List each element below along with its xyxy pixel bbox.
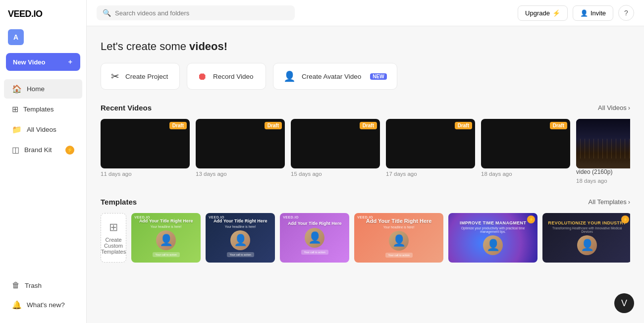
video-item[interactable]: Draft 11 days ago — [101, 119, 190, 184]
all-videos-icon: 📁 — [12, 125, 22, 134]
welcome-prefix: Let's create some — [101, 40, 189, 53]
sidebar-item-trash-label: Trash — [25, 282, 42, 289]
video-item[interactable]: Draft 15 days ago — [291, 119, 380, 184]
video-meta: 18 days ago — [481, 171, 570, 177]
video-meta: 17 days ago — [386, 171, 475, 177]
create-custom-template[interactable]: ⊞ Create Custom Templates — [101, 213, 126, 263]
video-item[interactable]: Draft 00:31 video (2160p) 18 days ago — [576, 119, 630, 184]
template-person — [230, 230, 250, 250]
invite-person-icon: 👤 — [580, 9, 588, 17]
template-cta: Your call to action — [301, 250, 328, 255]
video-meta: 13 days ago — [196, 171, 285, 177]
help-icon: ? — [624, 9, 628, 17]
content-area: Let's create some videos! ✂ Create Proje… — [87, 26, 644, 272]
avatar[interactable]: A — [8, 29, 24, 45]
template-inner: VEED.IO Add Your Title Right Here Your h… — [206, 213, 275, 263]
record-video-card[interactable]: ⏺ Record Video — [187, 63, 266, 90]
template-title: REVOLUTIONIZE YOUR INDUSTRY — [548, 220, 626, 226]
video-item[interactable]: Draft 17 days ago — [386, 119, 475, 184]
sidebar-item-brand-kit[interactable]: ◫ Brand Kit ⚡ — [4, 140, 82, 160]
template-title: IMPROVE TIME MANAGMENT — [460, 220, 526, 226]
template-inner: ⚡ IMPROVE TIME MANAGMENT Optimize your p… — [448, 213, 537, 263]
templates-title: Templates — [101, 198, 137, 206]
chevron-right-icon: › — [628, 104, 630, 111]
new-badge: NEW — [370, 73, 386, 80]
topbar: 🔍 Upgrade ⚡ 👤 Invite ? — [87, 0, 644, 26]
template-person — [305, 228, 324, 248]
record-video-label: Record Video — [213, 73, 254, 80]
all-templates-chevron-icon: › — [628, 198, 630, 206]
templates-row: ⊞ Create Custom Templates VEED.IO Add Yo… — [101, 213, 630, 263]
upgrade-button[interactable]: Upgrade ⚡ — [518, 5, 568, 21]
all-videos-link[interactable]: All Videos › — [598, 104, 630, 111]
template-logo: VEED.IO — [134, 215, 150, 219]
template-item-dark-medical[interactable]: ⚡ REVOLUTIONIZE YOUR INDUSTRY Transformi… — [542, 213, 630, 263]
record-video-icon: ⏺ — [197, 71, 207, 82]
template-title: Add Your Title Right Here — [366, 218, 432, 224]
sidebar-item-home-label: Home — [27, 85, 45, 93]
template-inner: ⚡ REVOLUTIONIZE YOUR INDUSTRY Transformi… — [542, 213, 630, 263]
template-title: Add Your Title Right Here — [214, 218, 268, 224]
help-button[interactable]: ? — [618, 5, 634, 21]
template-title: Add Your Title Right Here — [288, 221, 342, 226]
sidebar-item-trash[interactable]: 🗑 Trash — [4, 276, 82, 295]
sidebar: VEED.IO A New Video ＋ 🏠 Home ⊞ Templates… — [0, 0, 87, 323]
search-icon: 🔍 — [103, 9, 111, 17]
video-item[interactable]: Draft 13 days ago — [196, 119, 285, 184]
invite-label: Invite — [590, 9, 606, 17]
template-person — [577, 235, 597, 255]
new-video-label: New Video — [13, 58, 46, 66]
all-templates-link[interactable]: All Templates › — [589, 198, 630, 206]
draft-badge: Draft — [455, 122, 472, 129]
avatar-area: A — [0, 25, 86, 51]
template-cta: Your call to action — [385, 253, 413, 258]
sidebar-item-templates[interactable]: ⊞ Templates — [4, 100, 82, 119]
search-input[interactable] — [115, 9, 289, 17]
template-person — [156, 230, 176, 250]
recent-videos-header: Recent Videos All Videos › — [101, 104, 630, 112]
brand-kit-badge: ⚡ — [65, 146, 74, 155]
welcome-highlight: videos! — [189, 40, 227, 53]
create-template-label: Create Custom Templates — [101, 237, 126, 255]
chat-icon: V — [621, 298, 627, 309]
sidebar-item-brand-kit-label: Brand Kit — [24, 146, 52, 154]
welcome-heading: Let's create some videos! — [101, 40, 630, 53]
create-avatar-card[interactable]: 👤 Create Avatar Video NEW — [273, 63, 397, 90]
create-template-icon: ⊞ — [109, 221, 118, 234]
video-item[interactable]: Draft 18 days ago — [481, 119, 570, 184]
template-subtitle: Your headline is here! — [383, 225, 415, 229]
new-video-button[interactable]: New Video ＋ — [6, 53, 80, 71]
template-item-dark-blue[interactable]: VEED.IO Add Your Title Right Here Your h… — [206, 213, 275, 263]
template-item-blue-glow[interactable]: ⚡ IMPROVE TIME MANAGMENT Optimize your p… — [448, 213, 537, 263]
invite-button[interactable]: 👤 Invite — [573, 5, 613, 21]
template-item-green[interactable]: VEED.IO Add Your Title Right Here Your h… — [131, 213, 201, 263]
sidebar-item-whats-new[interactable]: 🔔 What's new? — [4, 295, 82, 315]
templates-icon: ⊞ — [12, 105, 18, 114]
template-subtitle: Your headline is here! — [225, 225, 256, 228]
template-logo: VEED.IO — [283, 215, 299, 219]
topbar-actions: Upgrade ⚡ 👤 Invite ? — [518, 5, 634, 21]
create-project-label: Create Project — [125, 73, 168, 80]
sidebar-item-whats-new-label: What's new? — [27, 301, 65, 309]
trash-icon: 🗑 — [12, 281, 20, 290]
video-meta: 11 days ago — [101, 171, 190, 177]
template-person — [483, 235, 503, 255]
chat-button[interactable]: V — [614, 293, 634, 313]
create-project-icon: ✂ — [111, 70, 119, 82]
video-thumb: Draft — [101, 119, 190, 168]
home-icon: 🏠 — [12, 84, 22, 94]
draft-badge: Draft — [265, 122, 282, 129]
search-box[interactable]: 🔍 — [97, 5, 295, 20]
sidebar-item-home[interactable]: 🏠 Home — [4, 79, 82, 99]
template-cta: Your call to action — [153, 252, 180, 257]
city-bg — [576, 119, 630, 168]
sidebar-item-all-videos[interactable]: 📁 All Videos — [4, 120, 82, 139]
upgrade-label: Upgrade — [525, 9, 550, 17]
draft-badge: Draft — [360, 122, 377, 129]
template-title: Add Your Title Right Here — [139, 218, 193, 224]
create-project-card[interactable]: ✂ Create Project — [101, 63, 180, 90]
template-item-purple[interactable]: VEED.IO Add Your Title Right Here Your c… — [280, 213, 349, 263]
template-subtitle: Optimize your productivity with practica… — [452, 226, 534, 233]
main-content: 🔍 Upgrade ⚡ 👤 Invite ? Let's create some… — [87, 0, 644, 323]
template-item-salmon[interactable]: VEED.IO Add Your Title Right Here Your h… — [354, 213, 443, 263]
